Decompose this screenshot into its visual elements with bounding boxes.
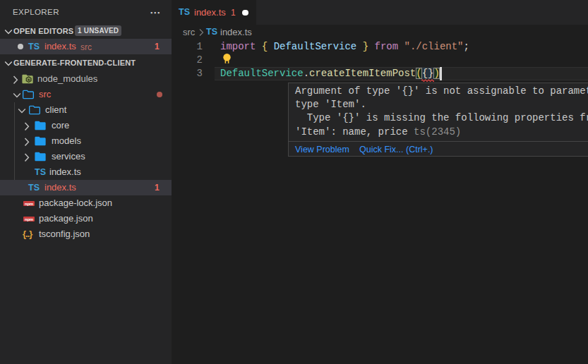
svg-text:npm: npm [25,217,33,222]
svg-text:npm: npm [25,202,33,206]
